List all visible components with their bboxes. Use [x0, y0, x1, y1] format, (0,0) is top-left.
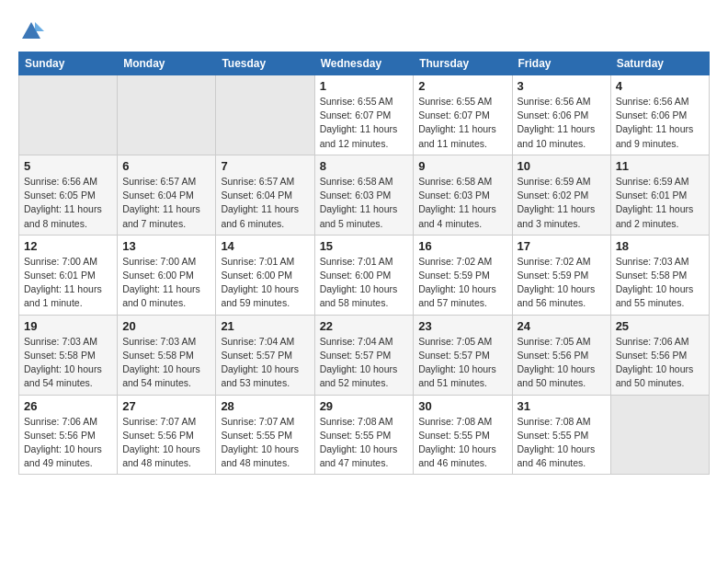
- day-number: 12: [24, 239, 112, 253]
- weekday-header-wednesday: Wednesday: [314, 52, 414, 75]
- calendar-day-cell: 16Sunrise: 7:02 AM Sunset: 5:59 PM Dayli…: [414, 235, 512, 315]
- calendar-day-cell: 19Sunrise: 7:03 AM Sunset: 5:58 PM Dayli…: [19, 315, 118, 395]
- day-info: Sunrise: 6:59 AM Sunset: 6:02 PM Dayligh…: [518, 175, 606, 231]
- day-number: 11: [616, 159, 704, 173]
- weekday-header-sunday: Sunday: [19, 52, 118, 75]
- day-info: Sunrise: 6:58 AM Sunset: 6:03 PM Dayligh…: [418, 175, 506, 231]
- day-number: 1: [320, 79, 409, 93]
- day-info: Sunrise: 7:08 AM Sunset: 5:55 PM Dayligh…: [518, 415, 606, 471]
- day-number: 15: [320, 239, 409, 253]
- calendar-day-cell: 15Sunrise: 7:01 AM Sunset: 6:00 PM Dayli…: [314, 235, 414, 315]
- day-info: Sunrise: 6:57 AM Sunset: 6:04 PM Dayligh…: [221, 175, 309, 231]
- calendar-day-cell: 22Sunrise: 7:04 AM Sunset: 5:57 PM Dayli…: [314, 315, 414, 395]
- day-info: Sunrise: 7:06 AM Sunset: 5:56 PM Dayligh…: [24, 415, 112, 471]
- calendar-day-cell: 28Sunrise: 7:07 AM Sunset: 5:55 PM Dayli…: [216, 395, 314, 475]
- day-info: Sunrise: 6:56 AM Sunset: 6:05 PM Dayligh…: [24, 175, 112, 231]
- calendar-week-row: 26Sunrise: 7:06 AM Sunset: 5:56 PM Dayli…: [19, 395, 710, 475]
- calendar-day-cell: 2Sunrise: 6:55 AM Sunset: 6:07 PM Daylig…: [414, 75, 512, 155]
- day-info: Sunrise: 7:05 AM Sunset: 5:56 PM Dayligh…: [518, 335, 606, 391]
- calendar-week-row: 5Sunrise: 6:56 AM Sunset: 6:05 PM Daylig…: [19, 155, 710, 235]
- calendar-day-cell: 3Sunrise: 6:56 AM Sunset: 6:06 PM Daylig…: [512, 75, 610, 155]
- day-info: Sunrise: 7:04 AM Sunset: 5:57 PM Dayligh…: [221, 335, 309, 391]
- weekday-header-thursday: Thursday: [414, 52, 512, 75]
- day-number: 27: [122, 399, 210, 413]
- calendar-day-cell: 30Sunrise: 7:08 AM Sunset: 5:55 PM Dayli…: [414, 395, 512, 475]
- calendar-day-cell: 13Sunrise: 7:00 AM Sunset: 6:00 PM Dayli…: [118, 235, 216, 315]
- day-info: Sunrise: 6:55 AM Sunset: 6:07 PM Dayligh…: [320, 95, 409, 151]
- day-number: 29: [320, 399, 409, 413]
- weekday-header-tuesday: Tuesday: [216, 52, 314, 75]
- day-info: Sunrise: 6:57 AM Sunset: 6:04 PM Dayligh…: [122, 175, 210, 231]
- day-number: 8: [320, 159, 409, 173]
- day-info: Sunrise: 7:06 AM Sunset: 5:56 PM Dayligh…: [616, 335, 704, 391]
- day-info: Sunrise: 7:05 AM Sunset: 5:57 PM Dayligh…: [418, 335, 506, 391]
- day-info: Sunrise: 7:01 AM Sunset: 6:00 PM Dayligh…: [221, 255, 309, 311]
- day-info: Sunrise: 7:00 AM Sunset: 6:00 PM Dayligh…: [122, 255, 210, 311]
- day-number: 21: [221, 319, 309, 333]
- day-number: 28: [221, 399, 309, 413]
- weekday-header-friday: Friday: [512, 52, 610, 75]
- calendar-day-cell: [610, 395, 709, 475]
- day-info: Sunrise: 7:07 AM Sunset: 5:56 PM Dayligh…: [122, 415, 210, 471]
- day-number: 4: [616, 79, 704, 93]
- calendar-week-row: 12Sunrise: 7:00 AM Sunset: 6:01 PM Dayli…: [19, 235, 710, 315]
- weekday-header-row: SundayMondayTuesdayWednesdayThursdayFrid…: [19, 52, 710, 75]
- day-number: 17: [518, 239, 606, 253]
- calendar-day-cell: 29Sunrise: 7:08 AM Sunset: 5:55 PM Dayli…: [314, 395, 414, 475]
- day-info: Sunrise: 7:02 AM Sunset: 5:59 PM Dayligh…: [518, 255, 606, 311]
- day-info: Sunrise: 7:04 AM Sunset: 5:57 PM Dayligh…: [320, 335, 409, 391]
- calendar-table: SundayMondayTuesdayWednesdayThursdayFrid…: [18, 52, 710, 475]
- day-info: Sunrise: 7:08 AM Sunset: 5:55 PM Dayligh…: [320, 415, 409, 471]
- day-number: 7: [221, 159, 309, 173]
- day-number: 6: [122, 159, 210, 173]
- calendar-day-cell: 20Sunrise: 7:03 AM Sunset: 5:58 PM Dayli…: [118, 315, 216, 395]
- day-info: Sunrise: 6:56 AM Sunset: 6:06 PM Dayligh…: [616, 95, 704, 151]
- day-number: 31: [518, 399, 606, 413]
- day-info: Sunrise: 7:03 AM Sunset: 5:58 PM Dayligh…: [24, 335, 112, 391]
- day-info: Sunrise: 7:08 AM Sunset: 5:55 PM Dayligh…: [418, 415, 506, 471]
- day-number: 10: [518, 159, 606, 173]
- day-number: 14: [221, 239, 309, 253]
- calendar-day-cell: 7Sunrise: 6:57 AM Sunset: 6:04 PM Daylig…: [216, 155, 314, 235]
- day-info: Sunrise: 6:55 AM Sunset: 6:07 PM Dayligh…: [418, 95, 506, 151]
- calendar-week-row: 19Sunrise: 7:03 AM Sunset: 5:58 PM Dayli…: [19, 315, 710, 395]
- day-info: Sunrise: 7:01 AM Sunset: 6:00 PM Dayligh…: [320, 255, 409, 311]
- calendar-day-cell: 23Sunrise: 7:05 AM Sunset: 5:57 PM Dayli…: [414, 315, 512, 395]
- calendar-day-cell: 4Sunrise: 6:56 AM Sunset: 6:06 PM Daylig…: [610, 75, 709, 155]
- day-number: 9: [418, 159, 506, 173]
- day-number: 18: [616, 239, 704, 253]
- calendar-day-cell: 18Sunrise: 7:03 AM Sunset: 5:58 PM Dayli…: [610, 235, 709, 315]
- day-number: 26: [24, 399, 112, 413]
- day-number: 22: [320, 319, 409, 333]
- day-number: 19: [24, 319, 112, 333]
- day-number: 23: [418, 319, 506, 333]
- day-info: Sunrise: 6:59 AM Sunset: 6:01 PM Dayligh…: [616, 175, 704, 231]
- calendar-day-cell: 27Sunrise: 7:07 AM Sunset: 5:56 PM Dayli…: [118, 395, 216, 475]
- calendar-day-cell: 5Sunrise: 6:56 AM Sunset: 6:05 PM Daylig…: [19, 155, 118, 235]
- calendar-day-cell: 24Sunrise: 7:05 AM Sunset: 5:56 PM Dayli…: [512, 315, 610, 395]
- day-info: Sunrise: 7:07 AM Sunset: 5:55 PM Dayligh…: [221, 415, 309, 471]
- calendar-week-row: 1Sunrise: 6:55 AM Sunset: 6:07 PM Daylig…: [19, 75, 710, 155]
- weekday-header-monday: Monday: [118, 52, 216, 75]
- page-header: [18, 15, 710, 44]
- calendar-day-cell: 11Sunrise: 6:59 AM Sunset: 6:01 PM Dayli…: [610, 155, 709, 235]
- day-number: 16: [418, 239, 506, 253]
- weekday-header-saturday: Saturday: [610, 52, 709, 75]
- day-number: 30: [418, 399, 506, 413]
- calendar-day-cell: 31Sunrise: 7:08 AM Sunset: 5:55 PM Dayli…: [512, 395, 610, 475]
- calendar-day-cell: 8Sunrise: 6:58 AM Sunset: 6:03 PM Daylig…: [314, 155, 414, 235]
- day-number: 13: [122, 239, 210, 253]
- day-number: 25: [616, 319, 704, 333]
- day-info: Sunrise: 7:03 AM Sunset: 5:58 PM Dayligh…: [616, 255, 704, 311]
- day-info: Sunrise: 7:00 AM Sunset: 6:01 PM Dayligh…: [24, 255, 112, 311]
- calendar-day-cell: [216, 75, 314, 155]
- calendar-day-cell: 9Sunrise: 6:58 AM Sunset: 6:03 PM Daylig…: [414, 155, 512, 235]
- calendar-day-cell: 26Sunrise: 7:06 AM Sunset: 5:56 PM Dayli…: [19, 395, 118, 475]
- calendar-day-cell: 1Sunrise: 6:55 AM Sunset: 6:07 PM Daylig…: [314, 75, 414, 155]
- day-info: Sunrise: 7:02 AM Sunset: 5:59 PM Dayligh…: [418, 255, 506, 311]
- calendar-day-cell: 25Sunrise: 7:06 AM Sunset: 5:56 PM Dayli…: [610, 315, 709, 395]
- day-number: 5: [24, 159, 112, 173]
- calendar-day-cell: 12Sunrise: 7:00 AM Sunset: 6:01 PM Dayli…: [19, 235, 118, 315]
- day-info: Sunrise: 6:58 AM Sunset: 6:03 PM Dayligh…: [320, 175, 409, 231]
- calendar-day-cell: 6Sunrise: 6:57 AM Sunset: 6:04 PM Daylig…: [118, 155, 216, 235]
